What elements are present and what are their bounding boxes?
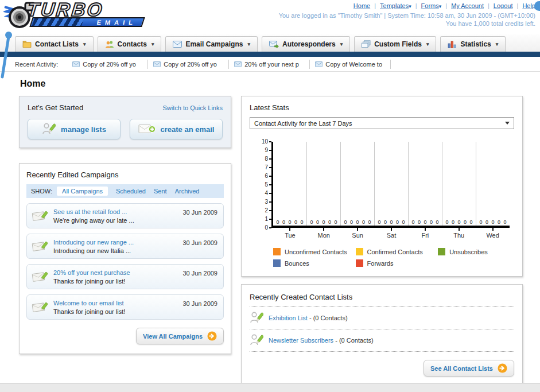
top-link-help[interactable]: Help [522, 2, 535, 9]
filter-scheduled[interactable]: Scheduled [116, 188, 146, 195]
x-tick-cell: Mon [307, 228, 341, 239]
filter-archived[interactable]: Archived [175, 188, 200, 195]
view-all-campaigns-label: View All Campaigns [143, 333, 203, 340]
contact-list-link[interactable]: Exhibition List [269, 315, 308, 321]
credits-note: You have 1,000 total credits left. [279, 20, 535, 27]
see-all-contact-lists-button[interactable]: See All Contact Lists [424, 360, 514, 377]
campaign-title-link[interactable]: See us at the retail food ... [53, 208, 178, 216]
recent-activity-title: 20% off your next p [244, 61, 304, 68]
chart-x-axis: TueMonSunSatFriThuWed [273, 228, 510, 239]
chart-value-label: 0 [276, 219, 279, 225]
legend-swatch [438, 248, 445, 255]
recent-activity-item[interactable]: Copy of 20% off yo [148, 60, 229, 69]
contact-list-link[interactable]: Newsletter Subscribers [269, 337, 333, 344]
brand-sub-name: EMAIL [96, 19, 137, 26]
legend-label: Unsubscribes [449, 249, 488, 255]
tab-statistics[interactable]: Statistics [440, 36, 506, 52]
chart-value-label: 0 [411, 219, 414, 225]
contact-list-count: - (0 Contacts) [335, 337, 374, 344]
recent-activity-title: Copy of 20% off yo [83, 61, 142, 68]
view-all-campaigns-button[interactable]: View All Campaigns [136, 328, 224, 344]
top-link-forms[interactable]: Forms [421, 2, 442, 9]
tab-contacts[interactable]: Contacts [98, 36, 162, 52]
chart-value-label: 0 [479, 219, 482, 225]
logo-text: TURBO EMAIL [28, 1, 143, 27]
recent-activity-item[interactable]: Copy of Welcome to [310, 60, 391, 69]
tab-label: Contact Lists [35, 40, 79, 48]
x-tick-label: Fri [408, 232, 442, 239]
x-tick-cell: Sun [341, 228, 375, 239]
top-link-home[interactable]: Home [353, 2, 370, 9]
chart-value-label: 0 [300, 219, 303, 225]
tab-label: Custom Fields [374, 40, 422, 48]
campaign-title-link[interactable]: 20% off your next purchase [53, 269, 178, 277]
y-tick-label: 5 [258, 182, 271, 188]
y-tick-label: 6 [258, 173, 271, 179]
campaign-title-link[interactable]: Introducing our new range ... [53, 238, 178, 246]
y-tick-label: 7 [258, 165, 271, 170]
tab-email-campaigns[interactable]: Email Campaigns [165, 36, 258, 52]
x-tick-mark [391, 228, 392, 231]
header: TURBO EMAIL Home Templates Forms My Acco… [0, 0, 540, 34]
recent-activity-item[interactable]: 20% off your next p [229, 60, 310, 69]
filter-sent[interactable]: Sent [154, 188, 167, 195]
recent-activity-item[interactable]: Copy of 20% off yo [67, 60, 148, 69]
top-link-templates[interactable]: Templates [380, 2, 411, 9]
campaign-row[interactable]: See us at the retail food ... We're givi… [26, 203, 224, 228]
top-link-my-account[interactable]: My Account [451, 2, 484, 9]
top-link-logout[interactable]: Logout [494, 2, 513, 9]
y-tick-label: 10 [258, 139, 271, 145]
chart-value-label: 0 [436, 219, 438, 225]
tab-custom-fields[interactable]: Custom Fields [354, 36, 436, 52]
x-tick-mark [492, 228, 494, 231]
contact-lists-title: Recently Created Contact Lists [250, 293, 352, 301]
campaign-row[interactable]: Welcome to our email list Thanks for joi… [26, 294, 224, 320]
legend-item: Confirmed Contacts [356, 248, 438, 255]
legend-swatch [356, 259, 363, 267]
logo-email-banner: EMAIL [29, 17, 145, 27]
tab-label: Statistics [460, 40, 491, 48]
folder-icon [22, 40, 32, 48]
contact-list-item[interactable]: Exhibition List - (0 Contacts) [250, 307, 514, 329]
campaign-date: 30 Jun 2009 [182, 300, 217, 307]
filter-all-campaigns[interactable]: All Campaigns [57, 187, 108, 196]
chart-value-label: 0 [362, 219, 365, 225]
campaign-date: 30 Jun 2009 [182, 239, 217, 246]
turbo-email-dashboard: TURBO EMAIL Home Templates Forms My Acco… [0, 0, 540, 392]
chart-value-label: 0 [452, 219, 454, 225]
contact-list-item[interactable]: Newsletter Subscribers - (0 Contacts) [250, 329, 514, 352]
chart-value-label: 0 [334, 219, 337, 225]
campaign-subtitle: Thanks for joining our list! [53, 278, 125, 285]
main-nav-tabbar: Contact Lists Contacts Email Campaigns A… [0, 34, 540, 52]
chart-value-labels: 00000 [307, 219, 340, 225]
campaign-row[interactable]: Introducing our new range ... Introducin… [26, 234, 224, 259]
chart-value-label: 0 [390, 219, 393, 225]
tab-label: Email Campaigns [185, 40, 243, 48]
chart-group: 00000 [375, 142, 409, 226]
x-tick-mark [459, 228, 460, 231]
switch-quick-links[interactable]: Switch to Quick Links [162, 104, 223, 111]
chart-group: 00000 [442, 142, 476, 226]
recent-activity-title: Copy of 20% off yo [164, 61, 223, 68]
campaign-row[interactable]: 20% off your next purchase Thanks for jo… [26, 264, 224, 289]
tab-contact-lists[interactable]: Contact Lists [15, 36, 94, 52]
person-pencil-icon [250, 333, 263, 347]
chart-value-label: 0 [424, 219, 426, 225]
chart-value-labels: 00000 [273, 219, 306, 225]
legend-swatch [273, 248, 281, 255]
legend-item: Bounces [273, 259, 356, 267]
tab-autoresponders[interactable]: Autoresponders [262, 36, 350, 52]
envelope-icon [315, 61, 323, 67]
manage-lists-button[interactable]: manage lists [28, 119, 121, 139]
y-tick-label: 4 [258, 191, 271, 196]
create-email-button[interactable]: create an email [130, 119, 223, 139]
x-tick-label: Tue [273, 232, 307, 239]
stats-period-value: Contact Activity for the Last 7 Days [254, 120, 352, 127]
contact-list-count: - (0 Contacts) [309, 315, 348, 321]
stats-period-select[interactable]: Contact Activity for the Last 7 Days [250, 117, 514, 129]
campaign-title-link[interactable]: Welcome to our email list [53, 299, 178, 307]
chart-value-label: 0 [288, 219, 291, 225]
autoresponder-icon [269, 40, 279, 48]
x-tick-mark [357, 228, 358, 231]
envelope-pencil-icon [32, 239, 49, 254]
